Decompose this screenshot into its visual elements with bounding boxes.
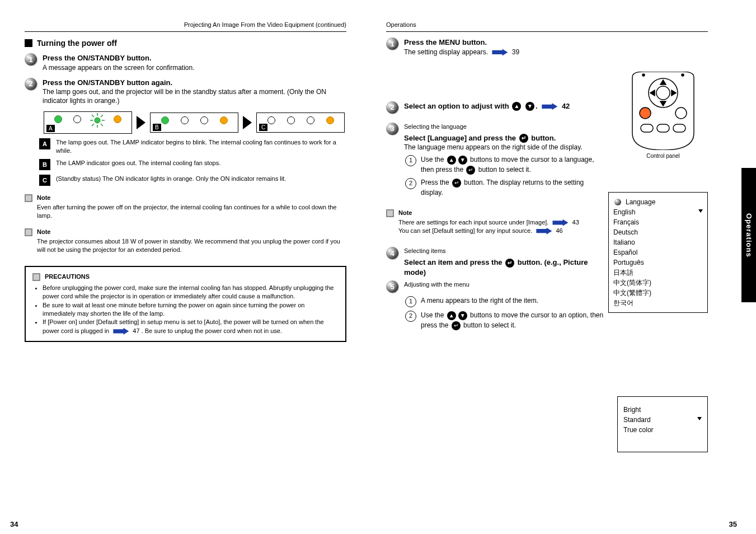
r-step-3: 3 Selecting the language Select [Languag… [386, 123, 599, 152]
note-cooling-fan: Note Even after turning the power off on… [25, 194, 346, 220]
panel-b-desc: B The LAMP indicator goes out. The inter… [39, 159, 346, 170]
precautions-box: PRECAUTIONS Before unplugging the power … [25, 266, 346, 342]
note-icon [386, 209, 394, 217]
led-panels-row: A B C [44, 111, 346, 134]
substep-1-icon: 1 [405, 155, 416, 166]
led-on-orange-icon [326, 116, 334, 124]
picture-mode-option: Bright [623, 405, 702, 415]
page-ref-arrow-icon [542, 103, 557, 110]
substep-2-icon: 2 [405, 311, 416, 322]
svg-point-10 [656, 86, 670, 100]
led-on-orange-icon [220, 116, 228, 124]
svg-point-12 [675, 107, 687, 119]
down-button-icon: ▼ [458, 311, 467, 320]
arrow-right-icon [137, 116, 145, 129]
note-body: Even after turning the power off on the … [37, 203, 346, 220]
panel-b-tag: B [39, 159, 50, 170]
led-on-green-icon [54, 115, 62, 123]
up-button-icon: ▲ [447, 311, 456, 320]
r-step-3-sub-1: 1 Use the ▲▼ buttons to move the cursor … [405, 155, 607, 175]
r-step-5: 5 Adjusting with the menu [386, 280, 604, 293]
r-step-2-ref: 42 [562, 102, 570, 110]
enter-button-icon: ↵ [519, 134, 528, 143]
r-step-3-number-icon: 3 [386, 123, 398, 135]
r-step-5-title: Adjusting with the menu [404, 280, 604, 289]
language-option: 日本語 [613, 268, 703, 278]
panel-a-tag: A [39, 138, 50, 149]
r-step-4: 4 Selecting items Select an item and pre… [386, 247, 604, 277]
running-header-right: Operations [386, 21, 708, 32]
note-title: Note [37, 228, 346, 236]
language-option: Português [613, 257, 703, 268]
picture-mode-menu: Bright Standard True color [617, 396, 708, 452]
r-step-3-sub-2: 2 Press the ↵ button. The display return… [405, 178, 607, 198]
svg-point-16 [642, 74, 645, 76]
r-step-1-number-icon: 1 [386, 38, 398, 50]
led-off-icon [307, 116, 314, 124]
panel-c-text: (Standby status) The ON indicator lights… [56, 175, 286, 183]
led-blink-green-icon [92, 115, 102, 125]
up-button-icon: ▲ [512, 102, 521, 111]
led-panel-a-label: A [46, 125, 55, 132]
note-icon [25, 194, 32, 202]
down-button-icon: ▼ [525, 102, 534, 111]
page-number-left: 34 [10, 520, 18, 528]
enter-button-icon: ↵ [452, 321, 461, 330]
svg-line-5 [92, 115, 94, 117]
r-step-1-ref: 39 [512, 48, 519, 56]
section-title-text: Turning the power off [37, 39, 117, 48]
svg-rect-13 [641, 124, 653, 132]
led-panel-a: A [44, 111, 132, 134]
led-on-green-icon [161, 116, 169, 124]
step-1-number-icon: 1 [25, 53, 37, 65]
language-option: 中文(简体字) [613, 278, 703, 288]
remote-illustration: Control panel [618, 72, 708, 150]
note-body: The projector consumes about 18 W of pow… [37, 237, 346, 254]
r-step-4-title: Selecting items [404, 247, 604, 255]
r-step-4-lead: Select an item and press the ↵ button. (… [404, 257, 604, 277]
picture-mode-option: True color [623, 425, 702, 435]
step-2-desc: The lamp goes out, and the projector wil… [43, 87, 346, 105]
led-off-icon [267, 116, 275, 124]
page-ref-arrow-icon [536, 228, 552, 235]
panel-c-desc: C (Standby status) The ON indicator ligh… [39, 175, 346, 186]
caution-item-3: If [Power on] under [Default setting] in… [43, 318, 339, 335]
caution-item-1: Before unplugging the power cord, make s… [43, 284, 339, 301]
language-option: Español [613, 247, 703, 257]
svg-point-0 [95, 118, 100, 123]
led-off-icon [181, 116, 189, 124]
r-step-3-lead: Select [Language] and press the ↵ button… [404, 133, 599, 143]
page-number-right: 35 [729, 520, 737, 528]
svg-line-7 [101, 115, 103, 117]
led-on-orange-icon [114, 115, 121, 123]
language-option: Italiano [613, 237, 703, 247]
remote-caption: Control panel [618, 153, 708, 159]
r-step-4-number-icon: 4 [386, 247, 398, 259]
language-option: 한국어 [613, 298, 703, 308]
r-step-1: 1 Press the MENU button. The setting dis… [386, 38, 604, 96]
note-title: Note [37, 194, 346, 202]
led-panel-c-label: C [259, 124, 267, 131]
section-title-power-off: Turning the power off [25, 39, 346, 48]
step-2: 2 Press the ON/STANDBY button again. The… [25, 78, 346, 106]
svg-rect-14 [657, 124, 669, 132]
enter-button-icon: ↵ [505, 259, 514, 268]
panel-a-text: The lamp goes out. The LAMP indicator be… [56, 138, 346, 155]
enter-button-icon: ↵ [452, 179, 461, 188]
r-step-5-number-icon: 5 [386, 280, 398, 293]
svg-line-8 [92, 124, 94, 126]
led-panel-c: C [256, 113, 345, 133]
r-step-2: 2 Select an option to adjust with ▲ ▼. 4… [386, 101, 649, 114]
side-tab-operations: Operations [741, 168, 756, 302]
running-header-left: Projecting An Image From the Video Equip… [25, 21, 346, 32]
led-panel-b-label: B [153, 124, 161, 131]
enter-button-icon: ↵ [466, 166, 475, 175]
led-panel-b: B [150, 113, 238, 133]
r-step-3-title: Selecting the language [404, 123, 599, 131]
led-off-icon [73, 115, 81, 123]
picture-mode-option-selected: Standard [623, 415, 702, 425]
page-ref-arrow-icon [552, 219, 568, 226]
caution-item-2: Be sure to wait at least one minute befo… [43, 301, 339, 318]
page-ref-arrow-icon [492, 49, 508, 55]
menu-ball-icon [614, 199, 621, 205]
